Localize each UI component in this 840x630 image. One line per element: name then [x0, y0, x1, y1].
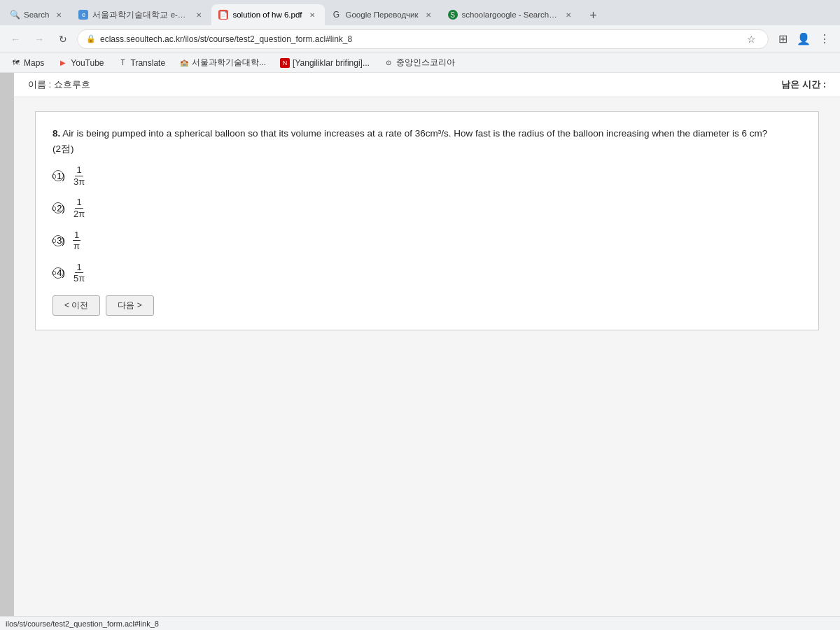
- maps-bookmark-favicon: 🗺: [11, 58, 21, 68]
- tab-pdf-label: solution of hw 6.pdf: [232, 10, 302, 19]
- option-3-text: 1 π: [71, 230, 81, 252]
- tab-school[interactable]: S schoolargoogle - Search results ✕: [441, 4, 581, 25]
- fraction-2-num: 1: [75, 197, 83, 209]
- tab-bar: 🔍 Search ✕ e 서울과학기술대학교 e-Class Sys... ✕ …: [0, 0, 840, 25]
- bookmarks-bar: 🗺 Maps ▶ YouTube T Translate 🏫 서울과학기술대학.…: [0, 53, 840, 73]
- fraction-2-den: 2π: [72, 209, 86, 220]
- option-1-text: 1 3π: [71, 164, 86, 187]
- option-4[interactable]: ○4) 1 5π: [52, 262, 802, 284]
- tab-search-close[interactable]: ✕: [53, 9, 64, 20]
- exam-body: 8. Air is being pumped into a spherical …: [14, 97, 840, 616]
- refresh-button[interactable]: ↻: [53, 29, 73, 49]
- fraction-4-num: 1: [75, 262, 83, 274]
- option-4-text: 1 5π: [71, 262, 86, 284]
- menu-icon[interactable]: ⋮: [815, 29, 834, 49]
- fraction-3-den: π: [72, 241, 81, 252]
- tab-search[interactable]: 🔍 Search ✕: [3, 4, 71, 25]
- pdf-tab-favicon: 📄: [218, 10, 228, 20]
- bookmark-youtube-label: YouTube: [71, 58, 104, 68]
- tab-eclass[interactable]: e 서울과학기술대학교 e-Class Sys... ✕: [71, 4, 211, 25]
- fraction-4: 1 5π: [72, 262, 86, 284]
- exam-name-label: 이름 : 쇼흐루흐: [28, 78, 90, 91]
- option-4-radio[interactable]: ○4): [52, 267, 64, 279]
- option-2[interactable]: ○2) 1 2π: [52, 197, 802, 219]
- bookmark-joongang[interactable]: ⊙ 중앙인스코리아: [378, 55, 461, 70]
- secure-icon: 🔒: [86, 34, 96, 43]
- bookmark-translate-label: Translate: [131, 58, 166, 68]
- yangiliklar-bookmark-favicon: N: [280, 58, 290, 68]
- joongang-bookmark-favicon: ⊙: [384, 58, 393, 68]
- google-tab-favicon: G: [332, 10, 342, 20]
- page-content: 이름 : 쇼흐루흐 남은 시간 : 8. Air is being pumped…: [0, 73, 840, 616]
- bookmark-translate[interactable]: T Translate: [113, 57, 172, 69]
- fraction-3-num: 1: [73, 230, 80, 241]
- tab-pdf[interactable]: 📄 solution of hw 6.pdf ✕: [211, 4, 324, 25]
- question-container: 8. Air is being pumped into a spherical …: [35, 111, 819, 330]
- forward-button[interactable]: →: [29, 29, 49, 49]
- option-2-text: 1 2π: [71, 197, 86, 219]
- address-bar[interactable]: 🔒 eclass.seoultech.ac.kr/ilos/st/course/…: [77, 29, 769, 49]
- eclass-tab-favicon: e: [78, 10, 88, 20]
- option-2-label: ○2): [51, 203, 64, 214]
- tab-eclass-close[interactable]: ✕: [193, 9, 204, 20]
- tab-school-label: schoolargoogle - Search results: [462, 10, 559, 19]
- tab-search-label: Search: [24, 10, 49, 19]
- school-tab-favicon: S: [448, 10, 458, 20]
- question-number: 8.: [52, 128, 60, 139]
- bookmark-maps-label: Maps: [24, 58, 44, 68]
- bookmark-youtube[interactable]: ▶ YouTube: [52, 57, 109, 69]
- status-url: ilos/st/course/test2_question_form.acl#l…: [6, 620, 159, 628]
- option-2-radio[interactable]: ○2): [52, 202, 64, 214]
- toolbar-actions: ⊞ 👤 ⋮: [773, 29, 834, 49]
- option-3[interactable]: ○3) 1 π: [52, 230, 802, 252]
- exam-timer: 남은 시간 :: [781, 78, 826, 91]
- translate-bookmark-favicon: T: [118, 58, 128, 68]
- bookmark-joongang-label: 중앙인스코리아: [396, 57, 455, 69]
- nav-buttons: < 이전 다음 >: [52, 295, 802, 316]
- tab-google[interactable]: G Google Переводчик ✕: [325, 4, 441, 25]
- bookmark-seoultech-label: 서울과학기술대학...: [192, 57, 266, 69]
- profile-icon[interactable]: 👤: [794, 29, 813, 49]
- back-button[interactable]: ←: [6, 29, 25, 49]
- extensions-icon[interactable]: ⊞: [773, 29, 792, 49]
- address-actions: ☆: [743, 31, 760, 48]
- fraction-1-den: 3π: [72, 176, 86, 188]
- bookmark-maps[interactable]: 🗺 Maps: [6, 57, 50, 69]
- option-1[interactable]: ○1) 1 3π: [52, 164, 802, 187]
- address-text: eclass.seoultech.ac.kr/ilos/st/course/te…: [100, 34, 738, 44]
- seoultech-bookmark-favicon: 🏫: [179, 58, 189, 68]
- bookmark-yangiliklar-label: [Yangiliklar brifingi]...: [293, 58, 370, 68]
- question-body-text: Air is being pumped into a spherical bal…: [62, 128, 767, 139]
- option-1-radio[interactable]: ○1): [52, 170, 64, 181]
- status-bar: ilos/st/course/test2_question_form.acl#l…: [0, 616, 840, 630]
- options-list: ○1) 1 3π ○2): [52, 164, 802, 284]
- search-tab-favicon: 🔍: [10, 10, 20, 20]
- youtube-bookmark-favicon: ▶: [58, 58, 68, 68]
- new-tab-button[interactable]: +: [584, 6, 603, 25]
- option-4-label: ○4): [51, 267, 64, 278]
- fraction-1-num: 1: [75, 164, 83, 176]
- sidebar-left: [0, 73, 14, 616]
- tab-google-label: Google Переводчик: [346, 10, 419, 19]
- address-bar-area: ← → ↻ 🔒 eclass.seoultech.ac.kr/ilos/st/c…: [0, 25, 840, 53]
- option-1-label: ○1): [51, 171, 64, 181]
- fraction-3: 1 π: [72, 230, 81, 252]
- tab-pdf-close[interactable]: ✕: [307, 9, 318, 20]
- option-3-label: ○3): [51, 235, 64, 246]
- fraction-1: 1 3π: [72, 164, 86, 187]
- tab-google-close[interactable]: ✕: [423, 9, 434, 20]
- question-points: (2점): [52, 144, 74, 154]
- bookmark-seoultech[interactable]: 🏫 서울과학기술대학...: [174, 55, 272, 70]
- browser-frame: 🔍 Search ✕ e 서울과학기술대학교 e-Class Sys... ✕ …: [0, 0, 840, 630]
- next-button[interactable]: 다음 >: [106, 295, 153, 316]
- fraction-4-den: 5π: [72, 273, 86, 284]
- exam-header: 이름 : 쇼흐루흐 남은 시간 :: [14, 73, 840, 97]
- exam-page: 이름 : 쇼흐루흐 남은 시간 : 8. Air is being pumped…: [14, 73, 840, 616]
- option-3-radio[interactable]: ○3): [52, 235, 64, 246]
- fraction-2: 1 2π: [72, 197, 86, 219]
- bookmark-yangiliklar[interactable]: N [Yangiliklar brifingi]...: [274, 57, 375, 69]
- tab-school-close[interactable]: ✕: [563, 9, 574, 20]
- question-text: 8. Air is being pumped into a spherical …: [52, 126, 802, 156]
- prev-button[interactable]: < 이전: [52, 295, 100, 316]
- bookmark-star-icon[interactable]: ☆: [743, 31, 760, 48]
